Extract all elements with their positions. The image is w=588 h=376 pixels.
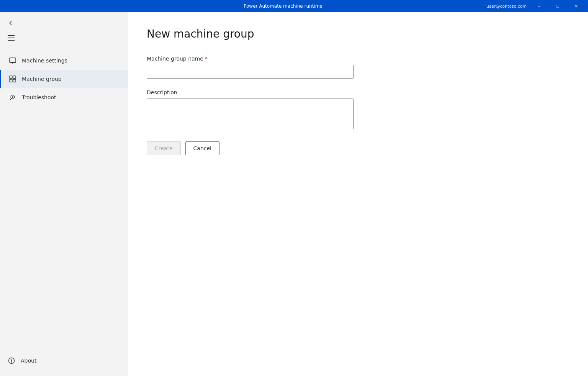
sidebar-top <box>0 12 128 48</box>
svg-rect-5 <box>13 76 16 79</box>
machine-group-icon <box>9 75 16 83</box>
sidebar-item-about[interactable]: About <box>0 351 128 370</box>
user-info: user@contoso.com <box>486 4 527 9</box>
machine-settings-icon <box>9 57 16 64</box>
sidebar: Machine settings Machine group <box>0 12 128 376</box>
svg-point-11 <box>11 359 12 360</box>
main-content: New machine group Machine group name* De… <box>128 12 588 376</box>
sidebar-item-machine-group[interactable]: Machine group <box>0 70 128 88</box>
hamburger-button[interactable] <box>0 31 128 45</box>
page-title: New machine group <box>147 28 570 40</box>
description-input[interactable] <box>147 99 354 129</box>
group-name-input[interactable] <box>147 65 354 79</box>
close-button[interactable]: ✕ <box>567 0 585 12</box>
sidebar-item-troubleshoot[interactable]: Troubleshoot <box>0 88 128 107</box>
description-field: Description <box>147 89 570 131</box>
group-name-label: Machine group name* <box>147 56 570 62</box>
button-row: Create Cancel <box>147 141 570 155</box>
title-bar-center: Power Automate machine runtime <box>80 3 486 9</box>
troubleshoot-label: Troubleshoot <box>22 94 56 100</box>
required-indicator: * <box>205 56 208 62</box>
sidebar-item-machine-settings[interactable]: Machine settings <box>0 51 128 70</box>
svg-rect-4 <box>10 76 12 79</box>
hamburger-icon <box>8 35 15 41</box>
troubleshoot-icon <box>9 94 16 101</box>
back-icon <box>8 20 14 26</box>
window-controls: user@contoso.com − □ ✕ <box>486 0 585 12</box>
cancel-button[interactable]: Cancel <box>185 141 219 155</box>
about-icon <box>8 357 15 365</box>
back-button[interactable] <box>0 15 128 31</box>
svg-rect-0 <box>10 58 16 62</box>
description-label: Description <box>147 89 570 95</box>
app-layout: Machine settings Machine group <box>0 12 588 376</box>
sidebar-nav: Machine settings Machine group <box>0 51 128 107</box>
title-bar: Power Automate machine runtime user@cont… <box>0 0 588 12</box>
app-title: Power Automate machine runtime <box>244 3 323 9</box>
svg-rect-6 <box>10 79 12 82</box>
maximize-button[interactable]: □ <box>549 0 567 12</box>
machine-settings-label: Machine settings <box>22 57 67 64</box>
machine-group-label: Machine group <box>22 76 62 82</box>
create-button[interactable]: Create <box>147 141 181 155</box>
group-name-field: Machine group name* <box>147 56 570 79</box>
svg-rect-7 <box>13 79 16 82</box>
svg-point-8 <box>12 97 13 98</box>
minimize-button[interactable]: − <box>531 0 548 12</box>
about-label: About <box>21 358 36 364</box>
sidebar-bottom: About <box>0 345 128 376</box>
